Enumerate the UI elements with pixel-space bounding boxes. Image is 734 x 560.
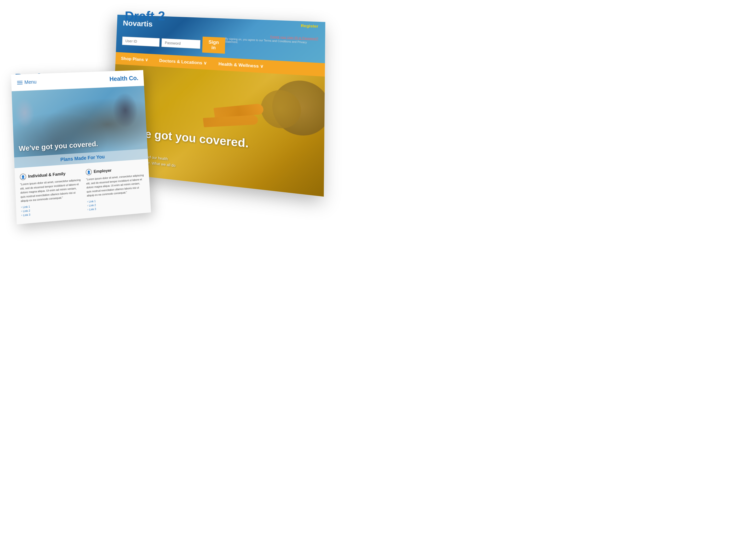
arrow-icon-1: ›: [21, 206, 22, 209]
hamburger-icon: [17, 81, 23, 84]
draft1-sections: 👤 Individual & Family "Lorem ipsum dolor…: [20, 165, 146, 218]
draft1-body: 👤 Individual & Family "Lorem ipsum dolor…: [14, 159, 151, 224]
arrow-icon-3: ›: [21, 214, 22, 217]
employer-section: 👤 Employer "Lorem ipsum dolor sit amet, …: [86, 165, 146, 212]
draft2-label: Draft 2: [125, 9, 165, 23]
nav-item-plans[interactable]: Shop Plans ∨: [116, 52, 154, 67]
arrow-icon-4: ›: [87, 200, 88, 203]
individual-family-section: 👤 Individual & Family "Lorem ipsum dolor…: [20, 169, 83, 218]
arrow-icon-5: ›: [87, 204, 88, 207]
signin-button[interactable]: Sign in: [202, 37, 225, 54]
draft1-hero: We've got you covered. Plans Made For Yo…: [12, 86, 148, 168]
draft1-card: Menu Health Co. We've got you covered. P…: [11, 70, 151, 224]
individual-icon: 👤: [20, 173, 26, 180]
employer-icon: 👤: [86, 169, 92, 175]
arrow-icon-2: ›: [21, 210, 22, 213]
register-link[interactable]: Register: [301, 23, 318, 28]
userid-input[interactable]: [122, 36, 160, 47]
individual-family-text: "Lorem ipsum dolor sit amet, consectetur…: [20, 178, 82, 203]
draft1-site-title: Health Co.: [109, 74, 139, 83]
menu-button[interactable]: Menu: [17, 79, 37, 85]
arrow-icon-6: ›: [87, 208, 88, 211]
employer-text: "Lorem ipsum dolor sit amet, consectetur…: [86, 173, 145, 198]
menu-label: Menu: [24, 79, 36, 85]
password-input[interactable]: [162, 38, 201, 49]
